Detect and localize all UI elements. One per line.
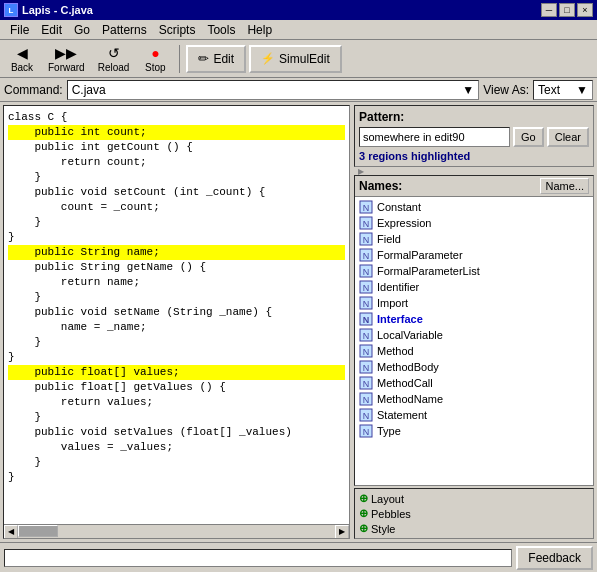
simul-edit-button[interactable]: ⚡ SimulEdit bbox=[249, 45, 342, 73]
names-list-item-label: Type bbox=[377, 425, 401, 437]
scroll-right-arrow[interactable]: ▶ bbox=[335, 525, 349, 539]
svg-text:N: N bbox=[363, 411, 370, 421]
code-line: } bbox=[8, 350, 345, 365]
forward-button[interactable]: ▶▶ Forward bbox=[43, 43, 90, 75]
tree-section: ⊕Layout⊕Pebbles⊕Style bbox=[354, 488, 594, 539]
command-label: Command: bbox=[4, 83, 63, 97]
names-list-item-label: FormalParameter bbox=[377, 249, 463, 261]
tree-item[interactable]: ⊕Style bbox=[359, 521, 589, 536]
node-icon: N bbox=[359, 264, 373, 278]
menu-go[interactable]: Go bbox=[68, 22, 96, 38]
clear-button[interactable]: Clear bbox=[547, 127, 589, 147]
scroll-track[interactable] bbox=[18, 525, 335, 539]
code-line: public String getName () { bbox=[8, 260, 345, 275]
names-header: Names: Name... bbox=[355, 176, 593, 197]
horizontal-scrollbar[interactable]: ◀ ▶ bbox=[4, 524, 349, 538]
menu-patterns[interactable]: Patterns bbox=[96, 22, 153, 38]
menu-help[interactable]: Help bbox=[241, 22, 278, 38]
main-content: class C { public int count; public int g… bbox=[0, 102, 597, 542]
tree-item-label: Style bbox=[371, 523, 395, 535]
names-list-item[interactable]: NType bbox=[355, 423, 593, 439]
names-list-item[interactable]: NMethodBody bbox=[355, 359, 593, 375]
maximize-button[interactable]: □ bbox=[559, 3, 575, 17]
scroll-left-arrow[interactable]: ◀ bbox=[4, 525, 18, 539]
names-list-item[interactable]: NMethod bbox=[355, 343, 593, 359]
toolbar: ◀ Back ▶▶ Forward ↺ Reload ● Stop ✏ Edit… bbox=[0, 40, 597, 78]
view-as-label: View As: bbox=[483, 83, 529, 97]
names-list-item[interactable]: NField bbox=[355, 231, 593, 247]
node-icon: N bbox=[359, 248, 373, 262]
names-list-item[interactable]: NImport bbox=[355, 295, 593, 311]
menu-file[interactable]: File bbox=[4, 22, 35, 38]
stop-icon: ● bbox=[151, 45, 159, 61]
names-list-item[interactable]: NInterface bbox=[355, 311, 593, 327]
name-button[interactable]: Name... bbox=[540, 178, 589, 194]
minimize-button[interactable]: ─ bbox=[541, 3, 557, 17]
view-dropdown-arrow-icon: ▼ bbox=[576, 83, 588, 97]
dropdown-arrow-icon: ▼ bbox=[462, 83, 474, 97]
node-icon: N bbox=[359, 392, 373, 406]
names-list-item-label: MethodCall bbox=[377, 377, 433, 389]
forward-icon: ▶▶ bbox=[55, 45, 77, 61]
panel-divider: ▶ bbox=[354, 169, 594, 173]
names-list-item-label: Identifier bbox=[377, 281, 419, 293]
names-list-item[interactable]: NIdentifier bbox=[355, 279, 593, 295]
tree-item-label: Pebbles bbox=[371, 508, 411, 520]
command-dropdown[interactable]: C.java ▼ bbox=[67, 80, 480, 100]
names-list-item[interactable]: NFormalParameterList bbox=[355, 263, 593, 279]
code-line: } bbox=[8, 290, 345, 305]
node-icon: N bbox=[359, 328, 373, 342]
svg-text:N: N bbox=[363, 315, 370, 325]
names-list-item[interactable]: NStatement bbox=[355, 407, 593, 423]
pattern-input[interactable] bbox=[359, 127, 510, 147]
menu-scripts[interactable]: Scripts bbox=[153, 22, 202, 38]
back-icon: ◀ bbox=[17, 45, 28, 61]
code-editor[interactable]: class C { public int count; public int g… bbox=[4, 106, 349, 524]
toolbar-separator bbox=[179, 45, 180, 73]
tree-item[interactable]: ⊕Layout bbox=[359, 491, 589, 506]
reload-icon: ↺ bbox=[108, 45, 120, 61]
code-line: public int count; bbox=[8, 125, 345, 140]
names-list-item[interactable]: NFormalParameter bbox=[355, 247, 593, 263]
code-line: count = _count; bbox=[8, 200, 345, 215]
names-list-item[interactable]: NExpression bbox=[355, 215, 593, 231]
stop-button[interactable]: ● Stop bbox=[137, 43, 173, 75]
tree-item[interactable]: ⊕Pebbles bbox=[359, 506, 589, 521]
menu-edit[interactable]: Edit bbox=[35, 22, 68, 38]
names-list[interactable]: NConstantNExpressionNFieldNFormalParamet… bbox=[355, 197, 593, 485]
tree-item-label: Layout bbox=[371, 493, 404, 505]
names-list-item-label: Field bbox=[377, 233, 401, 245]
code-line: class C { bbox=[8, 110, 345, 125]
title-bar-controls: ─ □ × bbox=[541, 3, 593, 17]
code-line: public void setName (String _name) { bbox=[8, 305, 345, 320]
back-button[interactable]: ◀ Back bbox=[4, 43, 40, 75]
code-line: } bbox=[8, 470, 345, 485]
names-list-item[interactable]: NMethodName bbox=[355, 391, 593, 407]
names-list-item-label: Interface bbox=[377, 313, 423, 325]
names-list-item-label: Import bbox=[377, 297, 408, 309]
feedback-button[interactable]: Feedback bbox=[516, 546, 593, 570]
names-list-item[interactable]: NConstant bbox=[355, 199, 593, 215]
window-title: Lapis - C.java bbox=[22, 4, 93, 16]
tree-toggle-icon: ⊕ bbox=[359, 507, 368, 520]
go-button[interactable]: Go bbox=[513, 127, 544, 147]
code-line: public float[] getValues () { bbox=[8, 380, 345, 395]
node-icon: N bbox=[359, 232, 373, 246]
menu-tools[interactable]: Tools bbox=[201, 22, 241, 38]
names-list-item[interactable]: NMethodCall bbox=[355, 375, 593, 391]
close-button[interactable]: × bbox=[577, 3, 593, 17]
title-bar-left: L Lapis - C.java bbox=[4, 3, 93, 17]
code-line: return values; bbox=[8, 395, 345, 410]
view-as-dropdown[interactable]: Text ▼ bbox=[533, 80, 593, 100]
code-line: public void setCount (int _count) { bbox=[8, 185, 345, 200]
simul-icon: ⚡ bbox=[261, 52, 275, 65]
reload-button[interactable]: ↺ Reload bbox=[93, 43, 135, 75]
node-icon: N bbox=[359, 408, 373, 422]
node-icon: N bbox=[359, 344, 373, 358]
tree-toggle-icon: ⊕ bbox=[359, 522, 368, 535]
names-list-item-label: FormalParameterList bbox=[377, 265, 480, 277]
names-list-item[interactable]: NLocalVariable bbox=[355, 327, 593, 343]
scroll-thumb[interactable] bbox=[18, 525, 58, 537]
edit-button[interactable]: ✏ Edit bbox=[186, 45, 246, 73]
svg-text:N: N bbox=[363, 219, 370, 229]
